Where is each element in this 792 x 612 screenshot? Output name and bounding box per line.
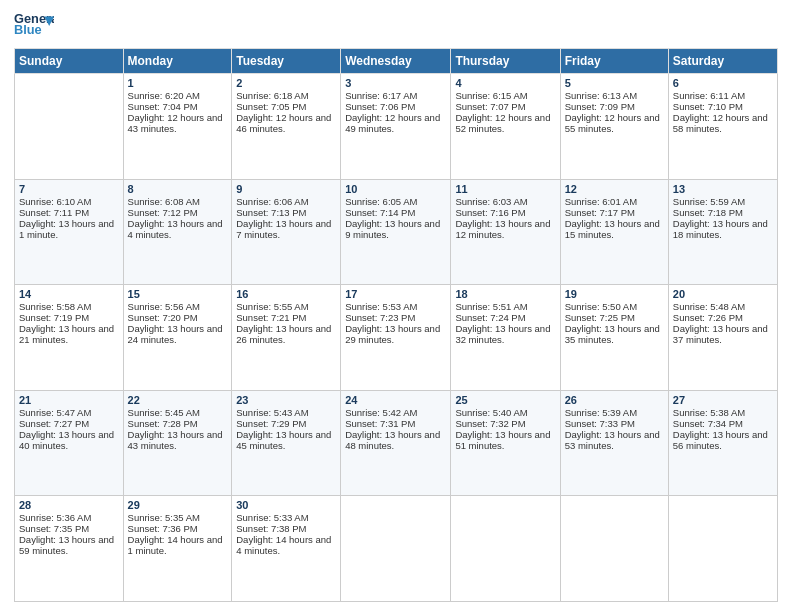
day-number: 20 [673,288,773,300]
day-cell: 13 Sunrise: 5:59 AM Sunset: 7:18 PM Dayl… [668,179,777,285]
col-thursday: Thursday [451,49,560,74]
daylight-text: Daylight: 13 hours and 45 minutes. [236,429,331,451]
day-number: 23 [236,394,336,406]
day-number: 13 [673,183,773,195]
day-number: 26 [565,394,664,406]
sunrise-text: Sunrise: 5:55 AM [236,301,308,312]
day-cell: 3 Sunrise: 6:17 AM Sunset: 7:06 PM Dayli… [341,74,451,180]
sunrise-text: Sunrise: 5:51 AM [455,301,527,312]
day-cell: 7 Sunrise: 6:10 AM Sunset: 7:11 PM Dayli… [15,179,124,285]
sunset-text: Sunset: 7:26 PM [673,312,743,323]
day-cell [341,496,451,602]
day-cell: 8 Sunrise: 6:08 AM Sunset: 7:12 PM Dayli… [123,179,232,285]
daylight-text: Daylight: 13 hours and 12 minutes. [455,218,550,240]
daylight-text: Daylight: 14 hours and 4 minutes. [236,534,331,556]
sunset-text: Sunset: 7:36 PM [128,523,198,534]
sunrise-text: Sunrise: 6:17 AM [345,90,417,101]
sunset-text: Sunset: 7:35 PM [19,523,89,534]
day-number: 24 [345,394,446,406]
sunrise-text: Sunrise: 5:42 AM [345,407,417,418]
daylight-text: Daylight: 13 hours and 43 minutes. [128,429,223,451]
daylight-text: Daylight: 13 hours and 21 minutes. [19,323,114,345]
day-cell: 24 Sunrise: 5:42 AM Sunset: 7:31 PM Dayl… [341,390,451,496]
col-saturday: Saturday [668,49,777,74]
sunrise-text: Sunrise: 5:47 AM [19,407,91,418]
day-cell: 30 Sunrise: 5:33 AM Sunset: 7:38 PM Dayl… [232,496,341,602]
sunset-text: Sunset: 7:33 PM [565,418,635,429]
sunset-text: Sunset: 7:10 PM [673,101,743,112]
day-number: 12 [565,183,664,195]
logo: General Blue [14,10,54,40]
daylight-text: Daylight: 13 hours and 9 minutes. [345,218,440,240]
sunrise-text: Sunrise: 5:43 AM [236,407,308,418]
day-number: 28 [19,499,119,511]
sunrise-text: Sunrise: 5:40 AM [455,407,527,418]
sunset-text: Sunset: 7:07 PM [455,101,525,112]
day-number: 14 [19,288,119,300]
day-number: 22 [128,394,228,406]
daylight-text: Daylight: 12 hours and 46 minutes. [236,112,331,134]
col-monday: Monday [123,49,232,74]
day-number: 27 [673,394,773,406]
sunrise-text: Sunrise: 5:35 AM [128,512,200,523]
week-row-4: 28 Sunrise: 5:36 AM Sunset: 7:35 PM Dayl… [15,496,778,602]
day-cell: 12 Sunrise: 6:01 AM Sunset: 7:17 PM Dayl… [560,179,668,285]
day-cell: 25 Sunrise: 5:40 AM Sunset: 7:32 PM Dayl… [451,390,560,496]
daylight-text: Daylight: 13 hours and 7 minutes. [236,218,331,240]
daylight-text: Daylight: 13 hours and 15 minutes. [565,218,660,240]
sunrise-text: Sunrise: 6:03 AM [455,196,527,207]
col-tuesday: Tuesday [232,49,341,74]
daylight-text: Daylight: 13 hours and 53 minutes. [565,429,660,451]
sunrise-text: Sunrise: 5:59 AM [673,196,745,207]
week-row-3: 21 Sunrise: 5:47 AM Sunset: 7:27 PM Dayl… [15,390,778,496]
day-number: 7 [19,183,119,195]
daylight-text: Daylight: 13 hours and 35 minutes. [565,323,660,345]
logo-icon: General Blue [14,10,54,38]
day-cell [668,496,777,602]
sunset-text: Sunset: 7:16 PM [455,207,525,218]
day-number: 19 [565,288,664,300]
sunset-text: Sunset: 7:23 PM [345,312,415,323]
daylight-text: Daylight: 14 hours and 1 minute. [128,534,223,556]
calendar-table: Sunday Monday Tuesday Wednesday Thursday… [14,48,778,602]
day-cell: 5 Sunrise: 6:13 AM Sunset: 7:09 PM Dayli… [560,74,668,180]
daylight-text: Daylight: 13 hours and 40 minutes. [19,429,114,451]
daylight-text: Daylight: 12 hours and 43 minutes. [128,112,223,134]
day-number: 6 [673,77,773,89]
day-cell: 19 Sunrise: 5:50 AM Sunset: 7:25 PM Dayl… [560,285,668,391]
day-cell: 9 Sunrise: 6:06 AM Sunset: 7:13 PM Dayli… [232,179,341,285]
day-cell: 23 Sunrise: 5:43 AM Sunset: 7:29 PM Dayl… [232,390,341,496]
sunset-text: Sunset: 7:06 PM [345,101,415,112]
daylight-text: Daylight: 12 hours and 58 minutes. [673,112,768,134]
sunrise-text: Sunrise: 5:36 AM [19,512,91,523]
sunrise-text: Sunrise: 6:11 AM [673,90,745,101]
header: General Blue [14,10,778,40]
daylight-text: Daylight: 12 hours and 49 minutes. [345,112,440,134]
sunset-text: Sunset: 7:12 PM [128,207,198,218]
day-number: 3 [345,77,446,89]
sunrise-text: Sunrise: 6:06 AM [236,196,308,207]
sunset-text: Sunset: 7:38 PM [236,523,306,534]
daylight-text: Daylight: 13 hours and 56 minutes. [673,429,768,451]
day-number: 2 [236,77,336,89]
daylight-text: Daylight: 13 hours and 1 minute. [19,218,114,240]
sunset-text: Sunset: 7:25 PM [565,312,635,323]
daylight-text: Daylight: 13 hours and 26 minutes. [236,323,331,345]
daylight-text: Daylight: 12 hours and 55 minutes. [565,112,660,134]
daylight-text: Daylight: 13 hours and 51 minutes. [455,429,550,451]
sunset-text: Sunset: 7:29 PM [236,418,306,429]
day-cell [15,74,124,180]
sunrise-text: Sunrise: 6:18 AM [236,90,308,101]
sunrise-text: Sunrise: 6:05 AM [345,196,417,207]
day-cell: 29 Sunrise: 5:35 AM Sunset: 7:36 PM Dayl… [123,496,232,602]
sunrise-text: Sunrise: 6:10 AM [19,196,91,207]
sunrise-text: Sunrise: 6:08 AM [128,196,200,207]
sunset-text: Sunset: 7:24 PM [455,312,525,323]
day-number: 29 [128,499,228,511]
sunrise-text: Sunrise: 5:48 AM [673,301,745,312]
day-cell: 10 Sunrise: 6:05 AM Sunset: 7:14 PM Dayl… [341,179,451,285]
sunset-text: Sunset: 7:27 PM [19,418,89,429]
day-cell: 6 Sunrise: 6:11 AM Sunset: 7:10 PM Dayli… [668,74,777,180]
day-cell: 11 Sunrise: 6:03 AM Sunset: 7:16 PM Dayl… [451,179,560,285]
day-number: 18 [455,288,555,300]
